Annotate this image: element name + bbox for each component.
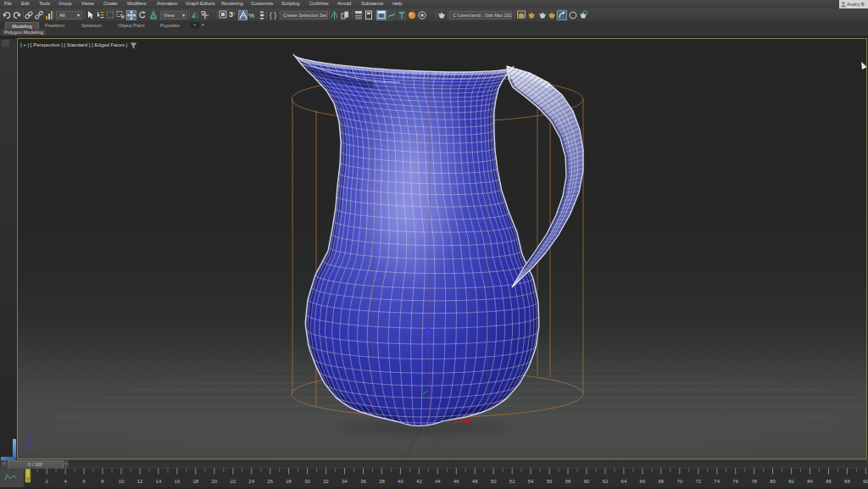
- svg-text:40: 40: [398, 479, 403, 484]
- svg-text:70: 70: [676, 479, 682, 484]
- svg-text:26: 26: [267, 479, 273, 484]
- svg-text:50: 50: [491, 479, 497, 484]
- svg-text:46: 46: [453, 479, 459, 484]
- svg-text:42: 42: [416, 479, 422, 484]
- svg-text:60: 60: [584, 479, 590, 484]
- svg-text:74: 74: [714, 479, 720, 484]
- svg-text:76: 76: [732, 479, 738, 484]
- svg-text:68: 68: [658, 479, 664, 484]
- svg-text:48: 48: [472, 479, 478, 484]
- svg-text:86: 86: [826, 479, 832, 484]
- svg-text:54: 54: [528, 479, 534, 484]
- svg-text:8: 8: [101, 479, 104, 484]
- svg-text:34: 34: [342, 479, 348, 484]
- svg-text:62: 62: [603, 479, 609, 484]
- svg-text:56: 56: [547, 479, 553, 484]
- svg-text:78: 78: [751, 479, 757, 484]
- svg-text:28: 28: [286, 479, 292, 484]
- svg-text:88: 88: [844, 479, 850, 484]
- svg-text:6: 6: [82, 479, 86, 484]
- svg-text:22: 22: [230, 479, 236, 484]
- svg-text:64: 64: [621, 479, 627, 484]
- svg-text:24: 24: [248, 479, 254, 484]
- svg-text:38: 38: [379, 479, 385, 484]
- svg-text:20: 20: [211, 479, 217, 484]
- svg-text:36: 36: [360, 479, 366, 484]
- svg-text:2: 2: [46, 479, 49, 484]
- svg-text:14: 14: [156, 479, 162, 484]
- svg-text:80: 80: [770, 479, 776, 484]
- svg-text:66: 66: [640, 479, 646, 484]
- svg-text:84: 84: [807, 479, 813, 484]
- svg-text:4: 4: [64, 479, 67, 484]
- svg-text:10: 10: [119, 479, 125, 484]
- svg-text:12: 12: [137, 479, 143, 484]
- svg-text:18: 18: [192, 479, 198, 484]
- svg-text:30: 30: [304, 479, 310, 484]
- svg-text:44: 44: [435, 479, 441, 484]
- svg-text:72: 72: [695, 479, 701, 484]
- svg-text:16: 16: [175, 479, 181, 484]
- svg-text:52: 52: [509, 479, 515, 484]
- svg-text:90: 90: [863, 479, 868, 484]
- svg-text:32: 32: [323, 479, 329, 484]
- svg-text:82: 82: [788, 479, 794, 484]
- svg-text:58: 58: [565, 479, 571, 484]
